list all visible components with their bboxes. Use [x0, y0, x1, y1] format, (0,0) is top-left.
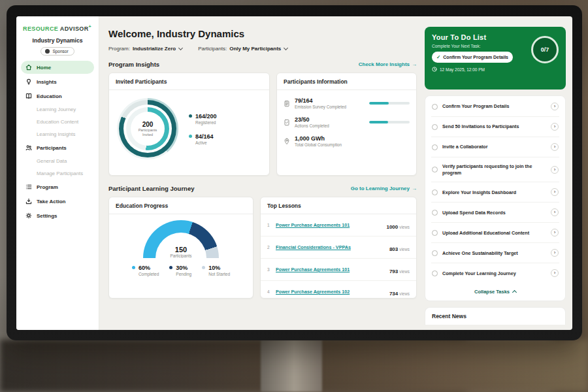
gauge-center-value: 150: [143, 246, 219, 253]
legend-label: Active: [195, 140, 214, 145]
legend-label: Pending: [176, 272, 191, 276]
sidebar: RESOURCE ADVISOR+ Industry Dynamics Spon…: [16, 16, 99, 330]
sidebar-item-take-action[interactable]: Take Action: [16, 195, 99, 208]
info-label: Total Global Consumption: [295, 142, 342, 147]
task-row-complete-learning-journey[interactable]: Complete Your Learning Journey: [431, 263, 559, 283]
legend-value: 10%: [208, 265, 230, 271]
learning-cards-row: Education Progress 150 Participants 60%: [108, 197, 417, 299]
card-title-invited-participants: Invited Participants: [109, 73, 269, 90]
task-row-verify-participants[interactable]: Verify participants requesting to join t…: [431, 157, 559, 182]
link-label: Check More Insights: [359, 61, 410, 67]
info-row-actions-completed: 23/50 Actions Completed: [277, 109, 416, 128]
sidebar-item-participants[interactable]: Participants: [16, 141, 99, 154]
task-label: Confirm Your Program Details: [442, 103, 546, 110]
sidebar-nav: Home Insights Education Learning Journey…: [16, 61, 99, 222]
participants-filter-label: Participants:: [198, 46, 227, 52]
progress-fill: [369, 102, 389, 105]
chevron-right-icon[interactable]: [551, 123, 559, 131]
task-checkbox[interactable]: [432, 189, 438, 195]
task-row-confirm-program-details[interactable]: Confirm Your Program Details: [431, 97, 559, 117]
sidebar-item-program[interactable]: Program: [16, 180, 99, 193]
info-value: 79/164: [295, 97, 346, 104]
task-row-achieve-sustainability-target[interactable]: Achieve One Sustainability Target: [431, 243, 559, 263]
task-checkbox[interactable]: [432, 270, 438, 276]
chevron-down-icon: [284, 46, 288, 50]
invited-participants-donut-chart: 200 Participants Invited: [117, 98, 178, 159]
program-filter-dropdown[interactable]: Program: Industrialize Zero: [108, 46, 182, 52]
chevron-right-icon[interactable]: [551, 166, 559, 174]
chevron-right-icon[interactable]: [551, 249, 559, 257]
task-checkbox[interactable]: [432, 124, 438, 130]
arrow-right-icon: [412, 61, 417, 67]
info-value: 23/50: [295, 116, 329, 123]
chevron-right-icon[interactable]: [551, 188, 559, 196]
nav-label: General Data: [37, 158, 67, 164]
sidebar-item-home[interactable]: Home: [21, 61, 94, 74]
chevron-right-icon[interactable]: [551, 229, 559, 237]
lesson-views: 803views: [389, 242, 410, 253]
task-checkbox[interactable]: [432, 104, 438, 110]
chevron-right-icon[interactable]: [551, 143, 559, 151]
location-pin-icon: [284, 138, 290, 145]
todo-progress-ring: 0/7: [531, 36, 559, 63]
sidebar-item-education[interactable]: Education: [16, 90, 99, 103]
legend-dot-completed: [132, 266, 135, 269]
app-logo: RESOURCE ADVISOR+: [16, 23, 99, 35]
task-row-upload-spend-data[interactable]: Upload Spend Data Records: [431, 203, 559, 223]
lesson-link[interactable]: Financial Considerations - VPPAs: [276, 244, 385, 250]
sidebar-item-general-data[interactable]: General Data: [16, 155, 99, 167]
next-task-pill[interactable]: Confirm Your Program Details: [432, 52, 513, 63]
task-label: Upload Additional Educational Content: [442, 230, 546, 237]
sponsor-badge: Sponsor: [41, 47, 74, 56]
lesson-link[interactable]: Power Purchase Agreements 101: [276, 267, 385, 272]
next-task-due-text: 12 May 2025, 12:00 PM: [440, 67, 485, 72]
task-checkbox[interactable]: [432, 210, 438, 216]
sidebar-item-manage-participants[interactable]: Manage Participants: [16, 168, 99, 179]
task-row-upload-educational-content[interactable]: Upload Additional Educational Content: [431, 223, 559, 243]
sidebar-item-learning-journey[interactable]: Learning Journey: [16, 104, 99, 115]
check-more-insights-link[interactable]: Check More Insights: [359, 61, 417, 67]
chevron-right-icon[interactable]: [551, 103, 559, 110]
participants-filter-dropdown[interactable]: Participants: Only My Participants: [198, 46, 287, 52]
legend-dot-registered: [189, 114, 192, 118]
lesson-link[interactable]: Power Purchase Agreements 101: [276, 222, 382, 228]
sidebar-item-learning-insights[interactable]: Learning Insights: [16, 129, 99, 140]
sidebar-item-settings[interactable]: Settings: [16, 209, 99, 222]
task-checkbox[interactable]: [432, 250, 438, 256]
task-row-send-invitations[interactable]: Send 50 Invitations to Participants: [431, 117, 559, 137]
task-checkbox[interactable]: [432, 167, 438, 172]
task-row-explore-insights[interactable]: Explore Your Insights Dashboard: [431, 182, 559, 203]
top-lessons-card: Top Lessons 1 Power Purchase Agreements …: [260, 197, 417, 299]
chevron-right-icon[interactable]: [551, 269, 559, 277]
filters-row: Program: Industrialize Zero Participants…: [108, 46, 417, 52]
chevron-down-icon: [178, 46, 183, 50]
nav-label: Education Content: [37, 119, 78, 125]
task-checkbox[interactable]: [432, 144, 438, 150]
info-row-emission-survey: 79/164 Emission Survey Completed: [277, 90, 416, 109]
task-label: Achieve One Sustainability Target: [442, 250, 546, 257]
page-title: Welcome, Industry Dynamics: [108, 28, 417, 39]
lesson-link[interactable]: Power Purchase Agreements 102: [276, 289, 385, 295]
gauge-legend: 60% Completed 30% Pending: [109, 265, 253, 276]
chevron-right-icon[interactable]: [551, 208, 559, 216]
legend-registered: 164/200 Registered: [189, 113, 217, 125]
recent-news-title: Recent News: [432, 313, 559, 319]
sponsor-avatar-icon: [45, 49, 50, 54]
task-row-invite-collaborator[interactable]: Invite a Collaborator: [431, 137, 559, 157]
list-icon: [25, 184, 32, 190]
donut-center-value: 200: [142, 121, 154, 128]
collapse-tasks-link[interactable]: Collapse Tasks: [431, 283, 559, 299]
monitor-stand: [261, 337, 322, 392]
recent-news-card: Recent News: [425, 307, 566, 325]
lesson-rank: 3: [267, 267, 272, 272]
sponsor-label: Sponsor: [52, 49, 68, 54]
nav-label: Learning Insights: [37, 131, 75, 137]
book-icon: [25, 93, 32, 99]
sidebar-item-insights[interactable]: Insights: [16, 75, 99, 88]
nav-label: Settings: [37, 213, 57, 219]
todo-summary-card: Your To Do List Complete Your Next Task:…: [425, 27, 566, 90]
task-checkbox[interactable]: [432, 230, 438, 236]
sidebar-item-education-content[interactable]: Education Content: [16, 116, 99, 127]
go-to-learning-journey-link[interactable]: Go to Learning Journey: [351, 186, 417, 191]
logo-text-advisor: ADVISOR: [60, 25, 89, 32]
